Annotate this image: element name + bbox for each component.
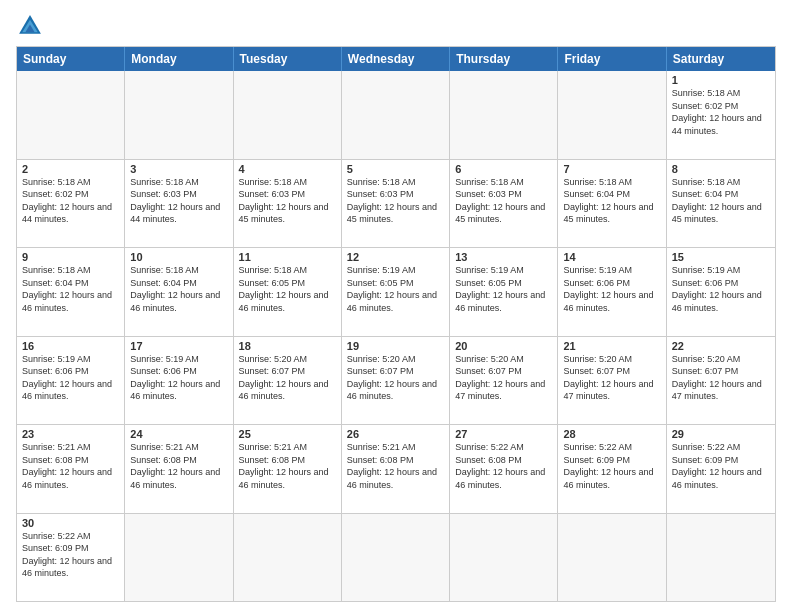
day-number: 3 (130, 163, 227, 175)
calendar-cell (342, 514, 450, 602)
calendar-cell: 27Sunrise: 5:22 AM Sunset: 6:08 PM Dayli… (450, 425, 558, 513)
day-info: Sunrise: 5:22 AM Sunset: 6:09 PM Dayligh… (563, 441, 660, 491)
calendar-cell: 30Sunrise: 5:22 AM Sunset: 6:09 PM Dayli… (17, 514, 125, 602)
day-info: Sunrise: 5:19 AM Sunset: 6:06 PM Dayligh… (130, 353, 227, 403)
day-number: 14 (563, 251, 660, 263)
header-cell-friday: Friday (558, 47, 666, 71)
calendar-cell (234, 71, 342, 159)
calendar-cell (17, 71, 125, 159)
day-number: 18 (239, 340, 336, 352)
day-info: Sunrise: 5:18 AM Sunset: 6:03 PM Dayligh… (455, 176, 552, 226)
day-number: 28 (563, 428, 660, 440)
calendar-header-row: SundayMondayTuesdayWednesdayThursdayFrid… (17, 47, 775, 71)
calendar-cell: 9Sunrise: 5:18 AM Sunset: 6:04 PM Daylig… (17, 248, 125, 336)
calendar-cell (125, 71, 233, 159)
calendar-cell: 10Sunrise: 5:18 AM Sunset: 6:04 PM Dayli… (125, 248, 233, 336)
calendar-cell: 22Sunrise: 5:20 AM Sunset: 6:07 PM Dayli… (667, 337, 775, 425)
calendar-cell (234, 514, 342, 602)
day-number: 8 (672, 163, 770, 175)
header-cell-wednesday: Wednesday (342, 47, 450, 71)
day-number: 24 (130, 428, 227, 440)
calendar-cell: 1Sunrise: 5:18 AM Sunset: 6:02 PM Daylig… (667, 71, 775, 159)
day-info: Sunrise: 5:22 AM Sunset: 6:08 PM Dayligh… (455, 441, 552, 491)
day-info: Sunrise: 5:18 AM Sunset: 6:04 PM Dayligh… (22, 264, 119, 314)
calendar: SundayMondayTuesdayWednesdayThursdayFrid… (16, 46, 776, 602)
day-number: 5 (347, 163, 444, 175)
day-number: 23 (22, 428, 119, 440)
day-number: 21 (563, 340, 660, 352)
day-info: Sunrise: 5:19 AM Sunset: 6:05 PM Dayligh… (347, 264, 444, 314)
day-info: Sunrise: 5:19 AM Sunset: 6:06 PM Dayligh… (672, 264, 770, 314)
calendar-row-3: 9Sunrise: 5:18 AM Sunset: 6:04 PM Daylig… (17, 247, 775, 336)
day-info: Sunrise: 5:18 AM Sunset: 6:02 PM Dayligh… (672, 87, 770, 137)
calendar-cell (558, 514, 666, 602)
header-cell-saturday: Saturday (667, 47, 775, 71)
day-number: 6 (455, 163, 552, 175)
calendar-cell: 17Sunrise: 5:19 AM Sunset: 6:06 PM Dayli… (125, 337, 233, 425)
calendar-cell: 18Sunrise: 5:20 AM Sunset: 6:07 PM Dayli… (234, 337, 342, 425)
day-info: Sunrise: 5:18 AM Sunset: 6:02 PM Dayligh… (22, 176, 119, 226)
day-number: 25 (239, 428, 336, 440)
calendar-cell: 3Sunrise: 5:18 AM Sunset: 6:03 PM Daylig… (125, 160, 233, 248)
calendar-row-1: 1Sunrise: 5:18 AM Sunset: 6:02 PM Daylig… (17, 71, 775, 159)
calendar-cell: 4Sunrise: 5:18 AM Sunset: 6:03 PM Daylig… (234, 160, 342, 248)
calendar-cell (125, 514, 233, 602)
day-info: Sunrise: 5:22 AM Sunset: 6:09 PM Dayligh… (672, 441, 770, 491)
calendar-cell: 5Sunrise: 5:18 AM Sunset: 6:03 PM Daylig… (342, 160, 450, 248)
day-number: 16 (22, 340, 119, 352)
calendar-cell: 2Sunrise: 5:18 AM Sunset: 6:02 PM Daylig… (17, 160, 125, 248)
calendar-row-4: 16Sunrise: 5:19 AM Sunset: 6:06 PM Dayli… (17, 336, 775, 425)
calendar-cell: 21Sunrise: 5:20 AM Sunset: 6:07 PM Dayli… (558, 337, 666, 425)
day-info: Sunrise: 5:21 AM Sunset: 6:08 PM Dayligh… (239, 441, 336, 491)
page: SundayMondayTuesdayWednesdayThursdayFrid… (0, 0, 792, 612)
day-number: 11 (239, 251, 336, 263)
day-number: 4 (239, 163, 336, 175)
header-cell-sunday: Sunday (17, 47, 125, 71)
day-number: 13 (455, 251, 552, 263)
header-cell-thursday: Thursday (450, 47, 558, 71)
calendar-cell: 16Sunrise: 5:19 AM Sunset: 6:06 PM Dayli… (17, 337, 125, 425)
calendar-row-5: 23Sunrise: 5:21 AM Sunset: 6:08 PM Dayli… (17, 424, 775, 513)
day-info: Sunrise: 5:19 AM Sunset: 6:06 PM Dayligh… (22, 353, 119, 403)
calendar-body: 1Sunrise: 5:18 AM Sunset: 6:02 PM Daylig… (17, 71, 775, 601)
calendar-cell: 11Sunrise: 5:18 AM Sunset: 6:05 PM Dayli… (234, 248, 342, 336)
day-info: Sunrise: 5:20 AM Sunset: 6:07 PM Dayligh… (239, 353, 336, 403)
calendar-cell: 13Sunrise: 5:19 AM Sunset: 6:05 PM Dayli… (450, 248, 558, 336)
calendar-cell: 7Sunrise: 5:18 AM Sunset: 6:04 PM Daylig… (558, 160, 666, 248)
calendar-cell: 15Sunrise: 5:19 AM Sunset: 6:06 PM Dayli… (667, 248, 775, 336)
day-number: 2 (22, 163, 119, 175)
day-info: Sunrise: 5:22 AM Sunset: 6:09 PM Dayligh… (22, 530, 119, 580)
day-number: 7 (563, 163, 660, 175)
day-info: Sunrise: 5:18 AM Sunset: 6:04 PM Dayligh… (563, 176, 660, 226)
day-number: 27 (455, 428, 552, 440)
day-info: Sunrise: 5:20 AM Sunset: 6:07 PM Dayligh… (672, 353, 770, 403)
logo-icon (16, 12, 44, 40)
calendar-cell: 25Sunrise: 5:21 AM Sunset: 6:08 PM Dayli… (234, 425, 342, 513)
calendar-cell: 14Sunrise: 5:19 AM Sunset: 6:06 PM Dayli… (558, 248, 666, 336)
logo (16, 12, 48, 40)
day-number: 17 (130, 340, 227, 352)
calendar-cell: 20Sunrise: 5:20 AM Sunset: 6:07 PM Dayli… (450, 337, 558, 425)
calendar-cell: 23Sunrise: 5:21 AM Sunset: 6:08 PM Dayli… (17, 425, 125, 513)
calendar-cell: 28Sunrise: 5:22 AM Sunset: 6:09 PM Dayli… (558, 425, 666, 513)
day-number: 12 (347, 251, 444, 263)
header-cell-monday: Monday (125, 47, 233, 71)
calendar-row-6: 30Sunrise: 5:22 AM Sunset: 6:09 PM Dayli… (17, 513, 775, 602)
day-number: 9 (22, 251, 119, 263)
day-number: 10 (130, 251, 227, 263)
day-info: Sunrise: 5:18 AM Sunset: 6:03 PM Dayligh… (347, 176, 444, 226)
day-number: 30 (22, 517, 119, 529)
day-info: Sunrise: 5:18 AM Sunset: 6:04 PM Dayligh… (130, 264, 227, 314)
day-info: Sunrise: 5:20 AM Sunset: 6:07 PM Dayligh… (455, 353, 552, 403)
calendar-cell (667, 514, 775, 602)
calendar-cell: 6Sunrise: 5:18 AM Sunset: 6:03 PM Daylig… (450, 160, 558, 248)
calendar-cell (558, 71, 666, 159)
day-number: 22 (672, 340, 770, 352)
day-number: 1 (672, 74, 770, 86)
day-info: Sunrise: 5:21 AM Sunset: 6:08 PM Dayligh… (22, 441, 119, 491)
day-number: 20 (455, 340, 552, 352)
calendar-row-2: 2Sunrise: 5:18 AM Sunset: 6:02 PM Daylig… (17, 159, 775, 248)
day-number: 26 (347, 428, 444, 440)
day-info: Sunrise: 5:18 AM Sunset: 6:05 PM Dayligh… (239, 264, 336, 314)
day-info: Sunrise: 5:21 AM Sunset: 6:08 PM Dayligh… (130, 441, 227, 491)
